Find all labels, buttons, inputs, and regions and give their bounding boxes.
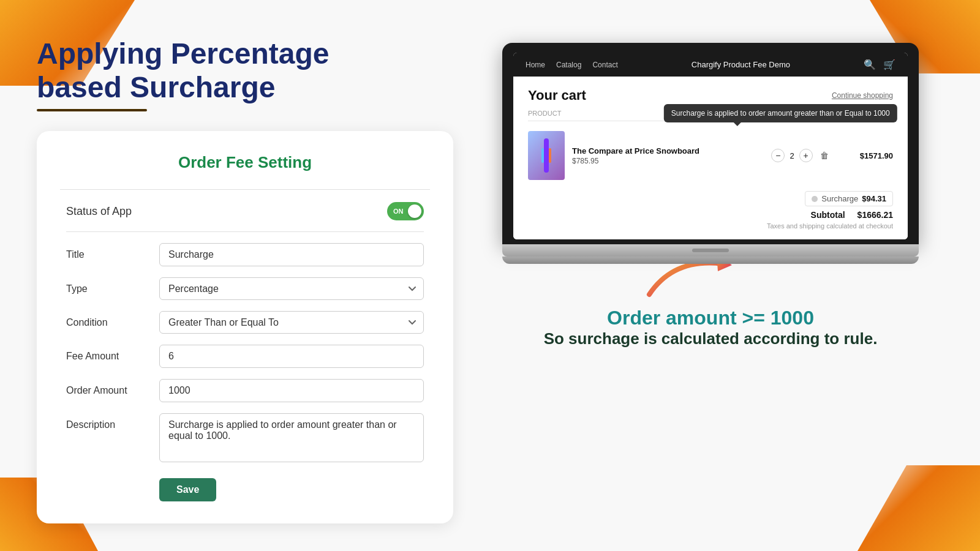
svg-rect-1 xyxy=(541,148,544,163)
cart-icon[interactable]: 🛒 xyxy=(883,59,895,70)
nav-icons: 🔍 🛒 xyxy=(864,59,895,70)
cart-content: Your cart Continue shopping PRODUCT QUAN… xyxy=(513,77,908,239)
status-row: Status of App ON xyxy=(66,202,424,232)
title-underline xyxy=(37,109,147,111)
product-info: The Compare at Price Snowboard $785.95 xyxy=(572,146,756,165)
search-icon[interactable]: 🔍 xyxy=(864,59,876,70)
save-button[interactable]: Save xyxy=(159,478,216,501)
surcharge-tooltip: Surcharge is applied to order amount gre… xyxy=(664,104,897,122)
order-amount-label: Order Amount xyxy=(66,379,152,396)
laptop-base xyxy=(502,244,919,257)
card-title: Order Fee Setting xyxy=(66,153,424,172)
surcharge-row: Surcharge $94.31 xyxy=(528,191,893,206)
qty-delete-btn[interactable]: 🗑 xyxy=(820,151,829,160)
shopify-navbar: Home Catalog Contact Chargify Product Fe… xyxy=(513,53,908,77)
quantity-value: 2 xyxy=(790,151,794,160)
toggle-on-text: ON xyxy=(393,208,404,215)
title-input[interactable] xyxy=(159,243,424,266)
type-select[interactable]: Percentage xyxy=(159,277,424,300)
order-amount-input[interactable] xyxy=(159,379,424,402)
description-field-row: Description Surcharge is applied to orde… xyxy=(66,413,424,462)
description-label: Description xyxy=(66,413,152,430)
svg-rect-0 xyxy=(544,138,549,173)
order-amount-field-row: Order Amount xyxy=(66,379,424,402)
app-status-toggle[interactable]: ON xyxy=(387,202,424,220)
cart-title: Your cart xyxy=(528,88,586,103)
bottom-line2: So surchage is calculated according to r… xyxy=(544,329,878,348)
subtotal-row: Subtotal $1666.21 xyxy=(528,210,893,220)
type-field-row: Type Percentage xyxy=(66,277,424,300)
svg-rect-2 xyxy=(549,148,551,163)
subtotal-value: $1666.21 xyxy=(858,210,893,220)
condition-label: Condition xyxy=(66,311,152,328)
qty-increase-btn[interactable]: + xyxy=(799,149,813,162)
type-label: Type xyxy=(66,277,152,294)
form-divider xyxy=(60,189,430,190)
page-title: Applying Percentage based Surcharge xyxy=(37,37,453,104)
product-row: The Compare at Price Snowboard $785.95 −… xyxy=(528,126,893,185)
fee-amount-field-row: Fee Amount xyxy=(66,345,424,368)
surcharge-dot xyxy=(812,196,818,202)
product-name: The Compare at Price Snowboard xyxy=(572,146,756,156)
surcharge-badge: Surcharge $94.31 xyxy=(805,191,893,206)
fee-amount-label: Fee Amount xyxy=(66,345,152,362)
continue-shopping-link[interactable]: Continue shopping xyxy=(832,91,893,100)
subtotal-label: Subtotal xyxy=(811,210,845,220)
product-price: $785.95 xyxy=(572,157,756,165)
condition-field-row: Condition Greater Than or Equal To xyxy=(66,311,424,334)
status-label: Status of App xyxy=(66,205,132,218)
laptop-mockup: Home Catalog Contact Chargify Product Fe… xyxy=(502,43,919,264)
qty-decrease-btn[interactable]: − xyxy=(771,149,785,162)
nav-link-catalog[interactable]: Catalog xyxy=(556,61,581,69)
arrow-section: Order amount >= 1000 So surchage is calc… xyxy=(544,258,878,348)
bottom-text: Order amount >= 1000 So surchage is calc… xyxy=(544,307,878,348)
laptop-foot xyxy=(502,257,919,264)
product-image xyxy=(528,131,565,180)
surcharge-amount: $94.31 xyxy=(862,194,886,203)
title-label: Title xyxy=(66,243,152,260)
nav-brand: Chargify Product Fee Demo xyxy=(692,60,790,69)
condition-select[interactable]: Greater Than or Equal To xyxy=(159,311,424,334)
right-panel: Home Catalog Contact Chargify Product Fe… xyxy=(478,24,943,527)
nav-links: Home Catalog Contact xyxy=(526,61,618,69)
left-panel: Applying Percentage based Surcharge Orde… xyxy=(37,24,453,527)
description-textarea[interactable]: Surcharge is applied to order amount gre… xyxy=(159,413,424,462)
order-fee-card: Order Fee Setting Status of App ON Title xyxy=(37,131,453,523)
product-total: $1571.90 xyxy=(844,151,893,160)
surcharge-label: Surcharge xyxy=(821,194,858,203)
bottom-line1: Order amount >= 1000 xyxy=(544,307,878,329)
fee-amount-input[interactable] xyxy=(159,345,424,368)
nav-link-contact[interactable]: Contact xyxy=(592,61,617,69)
nav-link-home[interactable]: Home xyxy=(526,61,545,69)
tax-note: Taxes and shipping calculated at checkou… xyxy=(528,222,893,230)
title-field-row: Title xyxy=(66,243,424,266)
quantity-controls: − 2 + 🗑 xyxy=(763,149,837,162)
